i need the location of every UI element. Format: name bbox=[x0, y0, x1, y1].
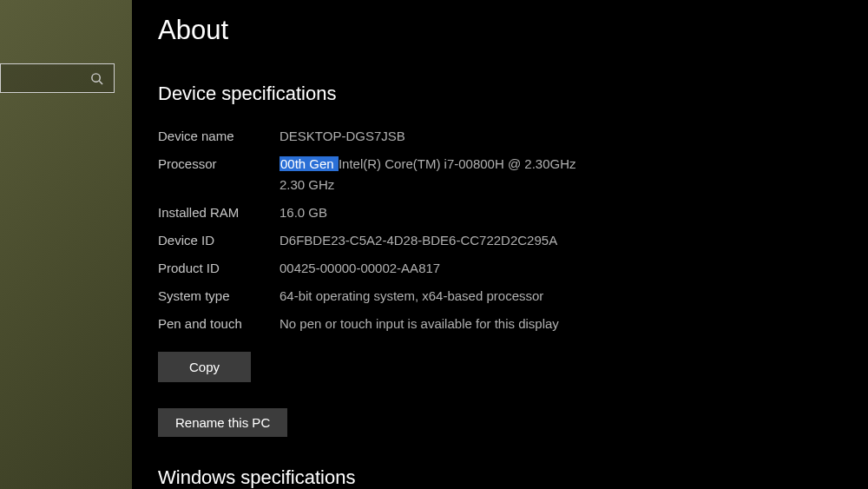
processor-highlighted-text: 00th Gen bbox=[279, 156, 339, 171]
pen-touch-value: No pen or touch input is available for t… bbox=[279, 314, 842, 334]
svg-point-0 bbox=[92, 73, 100, 81]
processor-rest: Intel(R) Core(TM) i7-00800H @ 2.30GHz bbox=[339, 156, 576, 171]
search-icon bbox=[90, 72, 103, 85]
sidebar bbox=[0, 0, 132, 489]
svg-line-1 bbox=[99, 81, 102, 84]
page-title: About bbox=[158, 15, 842, 46]
device-name-label: Device name bbox=[158, 126, 279, 147]
pen-touch-label: Pen and touch bbox=[158, 314, 279, 334]
device-id-label: Device ID bbox=[158, 230, 279, 251]
product-id-value: 00425-00000-00002-AA817 bbox=[279, 258, 842, 279]
main-content: About Device specifications Device name … bbox=[132, 0, 868, 489]
rename-pc-button[interactable]: Rename this PC bbox=[158, 408, 287, 437]
device-name-value: DESKTOP-DGS7JSB bbox=[279, 126, 842, 147]
device-id-value: D6FBDE23-C5A2-4D28-BDE6-CC722D2C295A bbox=[279, 230, 842, 251]
device-specs-title: Device specifications bbox=[158, 83, 842, 105]
processor-value: 00th Gen Intel(R) Core(TM) i7-00800H @ 2… bbox=[279, 154, 842, 195]
processor-line2: 2.30 GHz bbox=[279, 177, 334, 192]
device-specs-table: Device name DESKTOP-DGS7JSB Processor 00… bbox=[158, 126, 842, 334]
system-type-label: System type bbox=[158, 286, 279, 307]
installed-ram-value: 16.0 GB bbox=[279, 202, 842, 223]
windows-specs-title: Windows specifications bbox=[158, 466, 842, 489]
installed-ram-label: Installed RAM bbox=[158, 202, 279, 223]
product-id-label: Product ID bbox=[158, 258, 279, 279]
copy-button[interactable]: Copy bbox=[158, 352, 251, 382]
system-type-value: 64-bit operating system, x64-based proce… bbox=[279, 286, 842, 307]
processor-label: Processor bbox=[158, 154, 279, 195]
search-box[interactable] bbox=[0, 63, 115, 93]
